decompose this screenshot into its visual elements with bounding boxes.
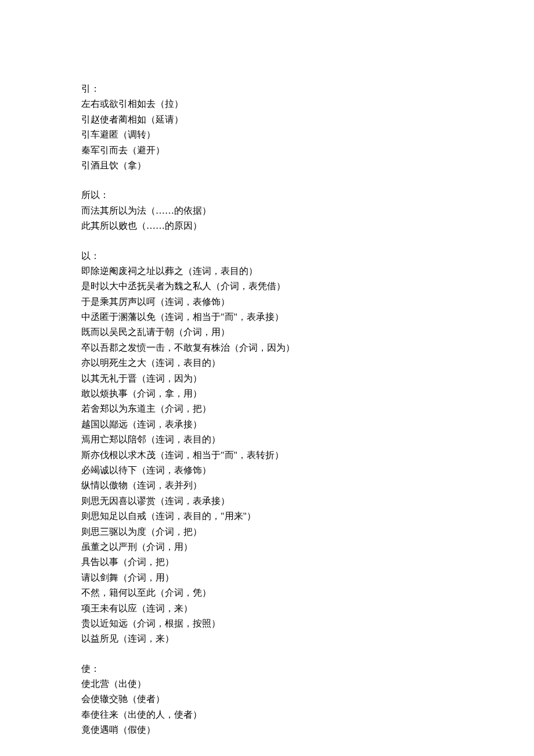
text-line: 卒以吾郡之发愤一击，不敢复有株治（介词，因为） — [81, 340, 453, 355]
text-line: 项王未有以应（连词，来） — [81, 601, 453, 616]
section-heading: 使： — [81, 661, 453, 676]
text-line: 奉使往来（出使的人，使者） — [81, 707, 453, 722]
text-line: 不然，籍何以至此（介词，凭） — [81, 585, 453, 600]
text-line: 竟使遇哨（假使） — [81, 722, 453, 737]
text-line: 既而以吴民之乱请于朝（介词，用） — [81, 325, 453, 340]
text-line: 请以剑舞（介词，用） — [81, 570, 453, 585]
section: 引：左右或欲引相如去（拉）引赵使者蔺相如（延请）引车避匿（调转）秦军引而去（避开… — [81, 81, 453, 173]
text-line: 具告以事（介词，把） — [81, 555, 453, 570]
text-line: 是时以大中丞抚吴者为魏之私人（介词，表凭借） — [81, 279, 453, 294]
section-heading: 所以： — [81, 188, 453, 203]
text-line: 引赵使者蔺相如（延请） — [81, 112, 453, 127]
text-line: 虽董之以严刑（介词，用） — [81, 539, 453, 555]
text-line: 左右或欲引相如去（拉） — [81, 96, 453, 111]
text-line: 即除逆阉废祠之址以葬之（连词，表目的） — [81, 264, 453, 279]
section: 以：即除逆阉废祠之址以葬之（连词，表目的）是时以大中丞抚吴者为魏之私人（介词，表… — [81, 249, 453, 647]
text-line: 秦军引而去（避开） — [81, 143, 453, 158]
text-line: 中丞匿于溷藩以免（连词，相当于"而"，表承接） — [81, 309, 453, 325]
text-line: 此其所以败也（……的原因） — [81, 218, 453, 233]
text-line: 必竭诚以待下（连词，表修饰） — [81, 463, 453, 478]
text-line: 会使辙交驰（使者） — [81, 692, 453, 707]
section: 所以：而法其所以为法（……的依据）此其所以败也（……的原因） — [81, 188, 453, 233]
text-line: 引车避匿（调转） — [81, 127, 453, 142]
text-line: 则思三驱以为度（介词，把） — [81, 524, 453, 539]
section: 使：使北营（出使）会使辙交驰（使者）奉使往来（出使的人，使者）竟使遇哨（假使） — [81, 661, 453, 738]
document-content: 引：左右或欲引相如去（拉）引赵使者蔺相如（延请）引车避匿（调转）秦军引而去（避开… — [81, 81, 453, 738]
text-line: 使北营（出使） — [81, 676, 453, 692]
text-line: 焉用亡郑以陪邻（连词，表目的） — [81, 432, 453, 447]
text-line: 亦以明死生之大（连词，表目的） — [81, 355, 453, 370]
text-line: 若舍郑以为东道主（介词，把） — [81, 401, 453, 416]
section-heading: 以： — [81, 249, 453, 264]
text-line: 于是乘其厉声以呵（连词，表修饰） — [81, 294, 453, 309]
text-line: 斯亦伐根以求木茂（连词，相当于"而"，表转折） — [81, 448, 453, 463]
text-line: 则思知足以自戒（连词，表目的，"用来"） — [81, 509, 453, 524]
text-line: 贵以近知远（介词，根据，按照） — [81, 616, 453, 631]
text-line: 纵情以傲物（连词，表并列） — [81, 478, 453, 493]
text-line: 越国以鄙远（连词，表承接） — [81, 417, 453, 432]
text-line: 则思无因喜以谬赏（连词，表承接） — [81, 494, 453, 509]
text-line: 以益所见（连词，来） — [81, 631, 453, 646]
text-line: 敢以烦执事（介词，拿，用） — [81, 386, 453, 401]
text-line: 以其无礼于晋（连词，因为） — [81, 371, 453, 386]
text-line: 而法其所以为法（……的依据） — [81, 203, 453, 218]
text-line: 引酒且饮（拿） — [81, 158, 453, 173]
section-heading: 引： — [81, 81, 453, 96]
